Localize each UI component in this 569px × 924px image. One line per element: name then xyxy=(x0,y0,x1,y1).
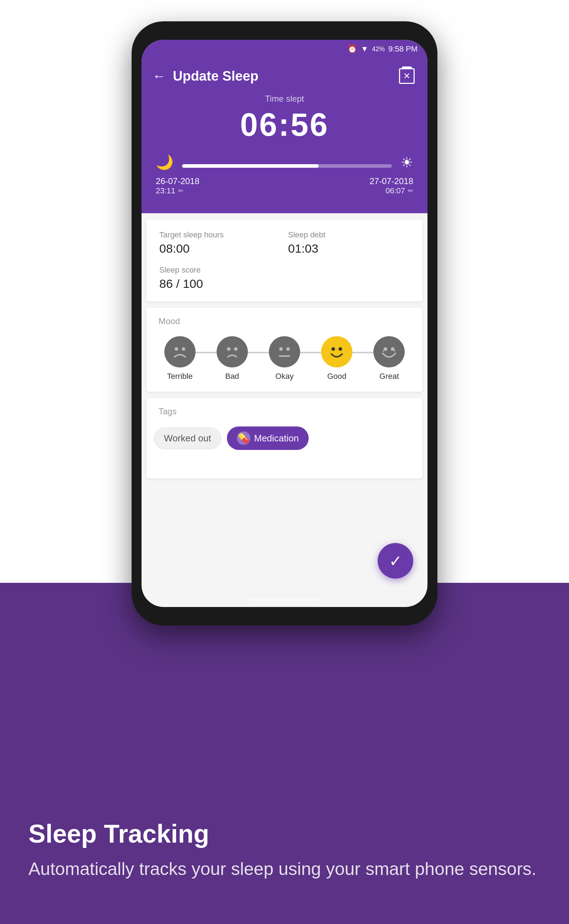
mood-label-terrible: Terrible xyxy=(167,372,193,381)
status-icons: ⏰ ▼ 42% 9:58 PM xyxy=(347,44,417,54)
status-bar: ⏰ ▼ 42% 9:58 PM xyxy=(141,40,428,58)
sleep-score-value: 86 / 100 xyxy=(159,277,281,291)
end-edit-icon[interactable]: ✏ xyxy=(408,187,413,195)
mood-item-great[interactable]: Great xyxy=(373,336,405,381)
tag-worked-out-label: Worked out xyxy=(164,433,211,444)
sleep-score-label: Sleep score xyxy=(159,266,281,275)
tag-worked-out[interactable]: Worked out xyxy=(154,428,221,449)
end-time: 06:07 ✏ xyxy=(370,186,413,196)
phone-screen: ⏰ ▼ 42% 9:58 PM ← Update Sleep ✕ Time sl… xyxy=(141,40,428,607)
sleep-end: 27-07-2018 06:07 ✏ xyxy=(370,176,413,196)
trash-icon: ✕ xyxy=(399,68,415,84)
svg-point-2 xyxy=(227,347,230,351)
phone-home-bar xyxy=(249,598,320,601)
sun-icon: ☀ xyxy=(400,154,413,171)
start-edit-icon[interactable]: ✏ xyxy=(178,187,184,195)
mood-label-good: Good xyxy=(327,372,346,381)
delete-button[interactable]: ✕ xyxy=(397,66,417,86)
svg-point-7 xyxy=(332,347,335,351)
svg-point-8 xyxy=(339,347,342,351)
mood-row: Terrible Bad xyxy=(154,336,415,381)
end-date: 27-07-2018 xyxy=(370,176,413,186)
tags-section: Tags Worked out 💊 Medication xyxy=(146,398,423,478)
sleep-dates-row: 🌙 ☀ xyxy=(156,154,413,171)
target-sleep-label: Target sleep hours xyxy=(159,230,281,240)
tags-section-title: Tags xyxy=(154,407,415,417)
clock-time: 9:58 PM xyxy=(388,44,417,54)
sleep-debt-label: Sleep debt xyxy=(288,230,410,240)
tag-medication[interactable]: 💊 Medication xyxy=(227,426,309,450)
start-date: 26-07-2018 xyxy=(156,176,199,186)
target-sleep-item: Target sleep hours 08:00 xyxy=(159,230,281,255)
phone-shell: ⏰ ▼ 42% 9:58 PM ← Update Sleep ✕ Time sl… xyxy=(132,21,437,625)
bottom-description: Automatically tracks your sleep using yo… xyxy=(29,856,540,882)
bottom-text-section: Sleep Tracking Automatically tracks your… xyxy=(0,597,569,924)
phone-notch xyxy=(256,26,313,35)
tags-row: Worked out 💊 Medication xyxy=(154,426,415,450)
tag-medication-icon: 💊 xyxy=(237,431,250,445)
mood-item-terrible[interactable]: Terrible xyxy=(164,336,196,381)
time-slept-label: Time slept xyxy=(156,94,413,104)
stats-grid: Target sleep hours 08:00 Sleep debt 01:0… xyxy=(159,230,410,291)
mood-section-title: Mood xyxy=(154,316,415,326)
back-button[interactable]: ← xyxy=(152,68,166,84)
moon-icon: 🌙 xyxy=(156,154,173,171)
mood-face-okay xyxy=(269,336,300,367)
mood-face-terrible xyxy=(164,336,196,367)
start-time: 23:11 ✏ xyxy=(156,186,199,196)
mood-item-good[interactable]: Good xyxy=(321,336,352,381)
wifi-icon: ▼ xyxy=(361,44,368,54)
mood-section: Mood Terrible xyxy=(146,308,423,391)
target-sleep-value: 08:00 xyxy=(159,242,281,255)
tag-medication-label: Medication xyxy=(254,433,299,444)
sleep-debt-item: Sleep debt 01:03 xyxy=(288,230,410,255)
sleep-progress-fill xyxy=(182,164,319,168)
bottom-heading: Sleep Tracking xyxy=(29,820,540,848)
svg-point-4 xyxy=(279,347,283,351)
alarm-icon: ⏰ xyxy=(347,44,357,54)
date-row: 26-07-2018 23:11 ✏ 27-07-2018 06:07 ✏ xyxy=(156,176,413,196)
svg-point-5 xyxy=(286,347,290,351)
page-title: Update Sleep xyxy=(173,68,397,84)
mood-item-bad[interactable]: Bad xyxy=(217,336,248,381)
mood-face-good xyxy=(321,336,352,367)
mood-label-okay: Okay xyxy=(275,372,294,381)
mood-item-okay[interactable]: Okay xyxy=(269,336,300,381)
mood-label-great: Great xyxy=(379,372,399,381)
sleep-score-item: Sleep score 86 / 100 xyxy=(159,266,281,291)
mood-face-great xyxy=(373,336,405,367)
check-icon: ✓ xyxy=(389,552,402,570)
app-bar: ← Update Sleep ✕ xyxy=(141,58,428,94)
save-fab[interactable]: ✓ xyxy=(378,543,413,578)
sleep-start: 26-07-2018 23:11 ✏ xyxy=(156,176,199,196)
mood-face-bad xyxy=(217,336,248,367)
mood-label-bad: Bad xyxy=(225,372,239,381)
sleep-section: Time slept 06:56 🌙 ☀ 26-07-2018 23:11 ✏ xyxy=(141,94,428,213)
sleep-duration: 06:56 xyxy=(156,107,413,143)
sleep-progress-bar xyxy=(182,164,392,168)
sleep-debt-value: 01:03 xyxy=(288,242,410,255)
svg-point-0 xyxy=(175,347,178,351)
battery-status: 42% xyxy=(372,46,385,53)
svg-point-1 xyxy=(182,347,185,351)
stats-card: Target sleep hours 08:00 Sleep debt 01:0… xyxy=(146,220,423,301)
svg-point-3 xyxy=(234,347,237,351)
